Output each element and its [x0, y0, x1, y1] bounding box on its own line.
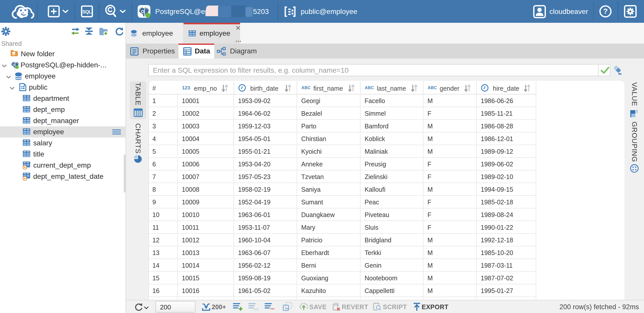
- svg-text:?: ?: [603, 7, 608, 15]
- svg-text:(+): (+): [254, 307, 259, 311]
- svg-text:I: I: [636, 109, 637, 113]
- svg-text:SQL: SQL: [82, 9, 92, 14]
